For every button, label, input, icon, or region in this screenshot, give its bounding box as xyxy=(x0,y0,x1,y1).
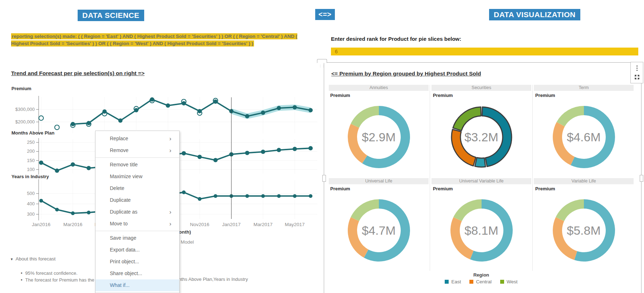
forecast-note-fragment: nths Above Plan,Years in Industry xyxy=(179,277,248,282)
donut-slice-west[interactable] xyxy=(556,199,584,221)
menu-item-duplicate[interactable]: Duplicate xyxy=(96,194,179,206)
about-forecast-toggle[interactable]: ▾About this forecast xyxy=(11,256,55,262)
category-header: Securities xyxy=(431,85,531,91)
data-point[interactable] xyxy=(87,211,91,214)
submenu-arrow-icon: › xyxy=(169,206,171,218)
menu-item-export-data[interactable]: Export data... xyxy=(96,244,179,256)
model-legend-label: Model xyxy=(181,239,194,245)
column-divider xyxy=(532,85,533,271)
panel-resize-handle-right[interactable] xyxy=(640,175,643,182)
model-point[interactable] xyxy=(55,125,59,130)
menu-item-save-image[interactable]: Save image xyxy=(96,232,179,244)
donut-slice-west[interactable] xyxy=(556,106,584,127)
donut-slice-west[interactable] xyxy=(453,199,482,221)
donut-slice-west[interactable] xyxy=(351,199,379,221)
data-point[interactable] xyxy=(102,109,107,114)
menu-item-share-object[interactable]: Share object... xyxy=(96,268,179,279)
rank-input[interactable] xyxy=(331,48,638,55)
donut-value: $3.2M xyxy=(431,130,531,144)
menu-separator xyxy=(96,292,179,293)
donut-slice-west[interactable] xyxy=(351,106,379,128)
legend-item-west[interactable]: West xyxy=(500,279,518,284)
data-point[interactable] xyxy=(134,108,138,112)
data-point[interactable] xyxy=(309,194,312,198)
donut-value: $8.1M xyxy=(431,224,531,238)
menu-item-move-to[interactable]: Move to› xyxy=(96,218,179,230)
menu-item-print-object[interactable]: Print object... xyxy=(96,256,179,268)
data-point[interactable] xyxy=(182,151,186,155)
data-point[interactable] xyxy=(55,208,59,211)
data-point[interactable] xyxy=(308,108,313,112)
data-point[interactable] xyxy=(293,194,297,198)
data-point[interactable] xyxy=(245,114,249,118)
category-header: Variable Life xyxy=(534,178,634,184)
donut-value: $5.8M xyxy=(534,224,634,238)
maximize-icon[interactable] xyxy=(634,74,640,80)
bullet-icon: • xyxy=(21,270,23,276)
category-header: Universal Life xyxy=(329,178,429,184)
data-point[interactable] xyxy=(277,106,281,110)
data-point[interactable] xyxy=(261,111,265,115)
data-point[interactable] xyxy=(245,194,249,198)
data-point[interactable] xyxy=(293,105,297,109)
data-point[interactable] xyxy=(213,99,218,104)
y-axis-label: Premium xyxy=(11,86,31,91)
menu-item-maximize-view[interactable]: Maximize view xyxy=(96,171,179,182)
data-point[interactable] xyxy=(261,150,265,154)
data-point[interactable] xyxy=(150,97,154,102)
more-options-icon[interactable] xyxy=(636,65,638,71)
menu-item-replace[interactable]: Replace› xyxy=(96,133,179,145)
category-header: Annuities xyxy=(329,85,429,91)
legend-swatch xyxy=(500,280,504,284)
data-point[interactable] xyxy=(87,121,91,125)
data-point[interactable] xyxy=(87,166,91,170)
data-point[interactable] xyxy=(166,103,170,108)
menu-item-remove[interactable]: Remove› xyxy=(96,145,179,156)
measure-label: Premium xyxy=(330,93,350,98)
data-point[interactable] xyxy=(182,101,186,106)
data-point[interactable] xyxy=(293,147,297,151)
data-point[interactable] xyxy=(308,146,313,150)
x-tick-label: Mar2017 xyxy=(254,222,273,227)
menu-item-duplicate-as[interactable]: Duplicate as› xyxy=(96,206,179,218)
bullet-icon: • xyxy=(21,277,23,283)
data-point[interactable] xyxy=(55,169,59,173)
data-point[interactable] xyxy=(277,194,280,198)
data-point[interactable] xyxy=(261,194,265,198)
legend-item-east[interactable]: East xyxy=(445,279,461,284)
legend-swatch xyxy=(469,280,473,284)
y-tick-label: 500 xyxy=(27,191,35,196)
data-point[interactable] xyxy=(198,197,201,201)
data-point[interactable] xyxy=(277,148,281,152)
data-point[interactable] xyxy=(39,199,43,202)
menu-separator xyxy=(96,157,179,158)
menu-item-delete[interactable]: Delete xyxy=(96,182,179,194)
legend-items: EastCentralWest xyxy=(329,279,634,284)
data-point[interactable] xyxy=(118,118,123,123)
data-point[interactable] xyxy=(214,194,217,198)
data-point[interactable] xyxy=(197,109,202,113)
data-point[interactable] xyxy=(245,151,249,155)
data-point[interactable] xyxy=(71,122,75,126)
pie-cell-universal-life: Universal LifePremium$4.7M xyxy=(329,178,429,184)
model-point[interactable] xyxy=(39,116,44,121)
data-point[interactable] xyxy=(39,161,43,165)
legend-item-central[interactable]: Central xyxy=(469,279,492,284)
panel-resize-handle-left[interactable] xyxy=(322,175,326,182)
data-point[interactable] xyxy=(213,158,218,162)
menu-separator xyxy=(96,231,179,231)
donut-slice-west[interactable] xyxy=(453,107,480,131)
x-tick-label: Mar2016 xyxy=(63,222,82,227)
category-header: Term xyxy=(534,85,634,91)
premium-by-region-panel[interactable]: <= Premium by Region grouped by Highest … xyxy=(324,62,641,293)
panel-drag-handle[interactable] xyxy=(317,59,327,63)
data-point[interactable] xyxy=(197,155,202,159)
donut-slice-east[interactable] xyxy=(475,158,486,167)
data-point[interactable] xyxy=(71,211,74,215)
x-tick-label: Nov2016 xyxy=(190,222,209,227)
x-tick-label: May2017 xyxy=(285,222,305,227)
menu-item-what-if[interactable]: What if... xyxy=(96,279,179,291)
menu-item-remove-title[interactable]: Remove title xyxy=(96,159,179,171)
data-point[interactable] xyxy=(71,162,75,167)
data-point[interactable] xyxy=(182,190,186,194)
